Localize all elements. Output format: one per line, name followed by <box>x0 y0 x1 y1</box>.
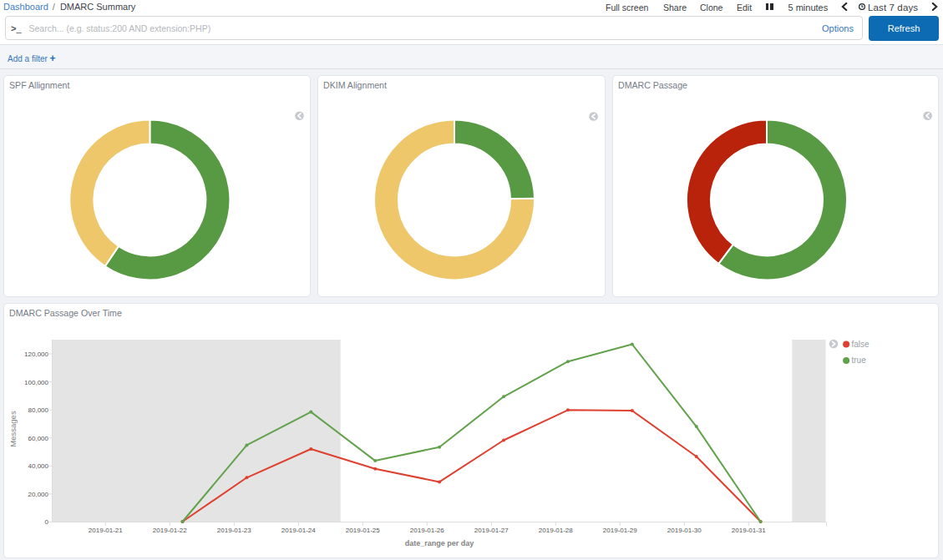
svg-text:2019-01-23: 2019-01-23 <box>217 527 251 534</box>
svg-text:true: true <box>852 356 867 365</box>
svg-text:2019-01-25: 2019-01-25 <box>346 527 380 534</box>
svg-text:120,000: 120,000 <box>24 351 48 358</box>
svg-text:20,000: 20,000 <box>28 491 49 498</box>
svg-text:date_range per day: date_range per day <box>405 539 474 547</box>
svg-text:100,000: 100,000 <box>24 379 48 386</box>
svg-text:80,000: 80,000 <box>28 406 49 414</box>
svg-text:Messages: Messages <box>8 411 18 447</box>
svg-text:2019-01-30: 2019-01-30 <box>667 527 702 534</box>
svg-text:0: 0 <box>45 518 49 526</box>
svg-text:2019-01-28: 2019-01-28 <box>539 527 573 534</box>
svg-text:2019-01-26: 2019-01-26 <box>410 527 444 534</box>
svg-text:2019-01-31: 2019-01-31 <box>732 527 766 534</box>
svg-text:2019-01-27: 2019-01-27 <box>474 527 509 534</box>
svg-text:40,000: 40,000 <box>28 462 49 470</box>
svg-text:60,000: 60,000 <box>28 435 49 442</box>
svg-text:2019-01-22: 2019-01-22 <box>153 527 187 534</box>
svg-text:2019-01-24: 2019-01-24 <box>281 527 316 534</box>
svg-text:2019-01-29: 2019-01-29 <box>603 527 637 534</box>
svg-text:2019-01-21: 2019-01-21 <box>89 527 123 534</box>
svg-text:false: false <box>852 340 870 349</box>
